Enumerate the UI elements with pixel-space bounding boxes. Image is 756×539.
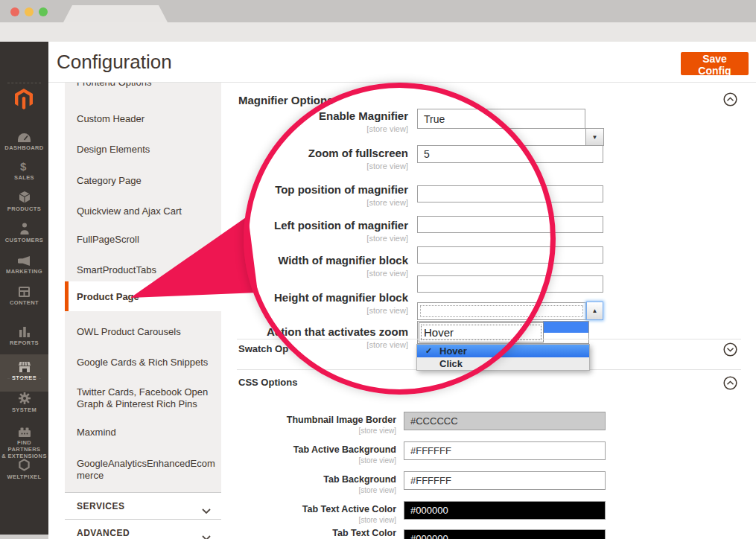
input-left-position-of-magnifier[interactable]	[417, 216, 603, 233]
save-config-button[interactable]: Save Config	[681, 52, 749, 75]
field-label-height-of-magnifier-block: Height of magnifier block [store view]	[215, 291, 408, 315]
content-icon	[0, 284, 48, 297]
input-tab-background[interactable]: #FFFFFF	[404, 471, 606, 490]
subnav-item-custom-header[interactable]: Custom Header	[65, 113, 221, 125]
reports-icon	[0, 325, 48, 337]
sidebar-item-content[interactable]: CONTENT	[0, 284, 48, 314]
sidebar-item-label: WELTPIXEL	[0, 473, 48, 480]
sidebar-item-label: MARKETING	[0, 268, 48, 275]
input-width-of-magnifier-block[interactable]	[417, 246, 603, 264]
input-tab-active-background[interactable]: #FFFFFF	[404, 441, 606, 460]
subnav-panel: Product Page Frontend OptionsCustom Head…	[65, 82, 221, 492]
arrow-down-icon: ▼	[592, 134, 598, 141]
sidebar-divider	[7, 83, 41, 83]
field-label-left-position-of-magnifier: Left position of magnifier [store view]	[215, 219, 408, 243]
system-icon	[0, 392, 48, 404]
page-title: Configuration	[57, 51, 172, 74]
sidebar-item-stores[interactable]: STORES	[0, 354, 48, 392]
field-scope-text: [store view]	[215, 198, 408, 207]
collapse-down-icon[interactable]	[723, 342, 737, 360]
combobox-selection-highlight	[543, 322, 588, 333]
page-header: Configuration Save Config	[48, 42, 756, 83]
field-label-text: Tab Text Active Color	[209, 504, 396, 514]
minimize-window-icon[interactable]	[25, 7, 34, 16]
sidebar-item-products[interactable]: PRODUCTS	[0, 191, 48, 220]
action-zoom-select-spinner-button[interactable]: ▲	[586, 302, 603, 320]
field-label-tab-text-color: Tab Text Color [store view]	[209, 528, 396, 539]
sidebar-item-system[interactable]: SYSTEM	[0, 392, 48, 421]
sidebar-item-marketing[interactable]: MARKETING	[0, 253, 48, 283]
select-dropdown-button[interactable]: ▼	[585, 128, 604, 146]
section-title-magnifier-options: Magnifier Options	[238, 94, 334, 106]
collapse-up-icon[interactable]	[723, 92, 737, 109]
dropdown-option-hover[interactable]: ✓Hover	[417, 345, 589, 357]
field-label-enable-magnifier: Enable Magnifier [store view]	[215, 109, 408, 133]
action-zoom-combobox[interactable]: Hover	[417, 321, 589, 344]
field-label-tab-text-active-color: Tab Text Active Color [store view]	[209, 504, 396, 524]
weltpixel-icon	[0, 459, 48, 471]
subnav-item-category-page[interactable]: Category Page	[65, 175, 221, 187]
field-scope-text: [store view]	[209, 486, 396, 494]
browser-toolbar	[0, 22, 756, 42]
field-label-text: Height of magnifier block	[215, 291, 408, 304]
field-scope-text: [store view]	[215, 234, 408, 243]
sidebar-item-label: PRODUCTS	[0, 205, 48, 212]
marketing-icon	[0, 253, 48, 266]
input-thumbnail-image-border[interactable]: #CCCCCC	[404, 412, 606, 430]
subnav-item-product-page[interactable]: Product Page	[65, 281, 221, 311]
field-label-text: Thumbnail Image Border	[209, 415, 396, 425]
browser-tab[interactable]	[63, 5, 168, 22]
input-tab-text-color[interactable]: #000000	[404, 529, 606, 539]
field-label-tab-background: Tab Background [store view]	[209, 474, 396, 494]
subnav-item-googleanalyticsenhancedecommer[interactable]: GoogleAnalyticsEnhancedEcommerce	[65, 458, 221, 482]
subnav-section-label: SERVICES	[77, 501, 124, 511]
field-label-text: Action that activates zoom	[215, 325, 408, 338]
subnav-item-twitter-cards-facebook-open-gr[interactable]: Twitter Cards, Facebook Open Graph & Pin…	[65, 386, 221, 410]
sidebar-item-partners[interactable]: FIND PARTNERS & EXTENSIONS	[0, 424, 48, 459]
close-window-icon[interactable]	[10, 7, 19, 16]
admin-sidebar: DASHBOARD$ SALES PRODUCTS CUSTOMERS MARK…	[0, 42, 48, 535]
action-zoom-select-box[interactable]	[417, 302, 586, 320]
sidebar-item-dashboard[interactable]: DASHBOARD	[0, 130, 48, 159]
sidebar-item-weltpixel[interactable]: WELTPIXEL	[0, 459, 48, 488]
fullscreen-window-icon[interactable]	[39, 7, 48, 16]
sidebar-item-sales[interactable]: $ SALES	[0, 159, 48, 189]
sidebar-item-reports[interactable]: REPORTS	[0, 325, 48, 354]
input-zoom-of-fullscreen[interactable]: 5	[417, 145, 603, 163]
sidebar-item-label: CUSTOMERS	[0, 237, 48, 243]
dropdown-option-click[interactable]: Click	[417, 357, 589, 370]
field-label-text: Zoom of fullscreen	[215, 147, 408, 159]
subnav-item-design-elements[interactable]: Design Elements	[65, 144, 221, 156]
input-height-of-magnifier-block[interactable]	[417, 275, 603, 293]
magento-logo-icon[interactable]	[15, 89, 33, 112]
field-label-thumbnail-image-border: Thumbnail Image Border [store view]	[209, 415, 396, 435]
sidebar-item-label: SYSTEM	[0, 406, 48, 413]
field-label-text: Tab Text Color	[209, 528, 396, 538]
dropdown-option-label: Click	[439, 358, 463, 369]
stores-icon	[0, 360, 48, 372]
field-label-text: Tab Background	[209, 474, 396, 485]
field-scope-text: [store view]	[209, 427, 396, 435]
input-tab-text-active-color[interactable]: #000000	[404, 501, 606, 520]
select-enable-magnifier[interactable]: True	[417, 109, 585, 129]
subnav-item-owl-product-carousels[interactable]: OWL Product Carousels	[65, 326, 221, 338]
field-label-tab-active-background: Tab Active Background [store view]	[209, 444, 396, 465]
customers-icon	[0, 222, 48, 235]
sidebar-item-customers[interactable]: CUSTOMERS	[0, 222, 48, 252]
subnav-item-fullpagescroll[interactable]: FullPageScroll	[65, 234, 221, 246]
sidebar-item-label: REPORTS	[0, 339, 48, 346]
subnav-item-quickview-and-ajax-cart[interactable]: Quickview and Ajax Cart	[65, 205, 221, 217]
subnav-section-advanced[interactable]: ADVANCED	[65, 519, 221, 539]
field-scope-text: [store view]	[215, 162, 408, 170]
input-top-position-of-magnifier[interactable]	[417, 185, 603, 202]
dashboard-icon	[0, 130, 48, 142]
field-scope-text: [store view]	[215, 306, 408, 315]
subnav-item-maxmind[interactable]: Maxmind	[65, 427, 221, 438]
subnav-item-smartproducttabs[interactable]: SmartProductTabs	[65, 264, 221, 276]
sidebar-divider	[7, 378, 41, 379]
subnav-section-services[interactable]: SERVICES	[65, 492, 221, 520]
subnav-item-google-cards-rich-snippets[interactable]: Google Cards & Rich Snippets	[65, 357, 221, 369]
section-title-css-options: CSS Options	[238, 377, 297, 388]
collapse-up-icon[interactable]	[723, 376, 737, 393]
sales-icon: $	[0, 159, 48, 172]
